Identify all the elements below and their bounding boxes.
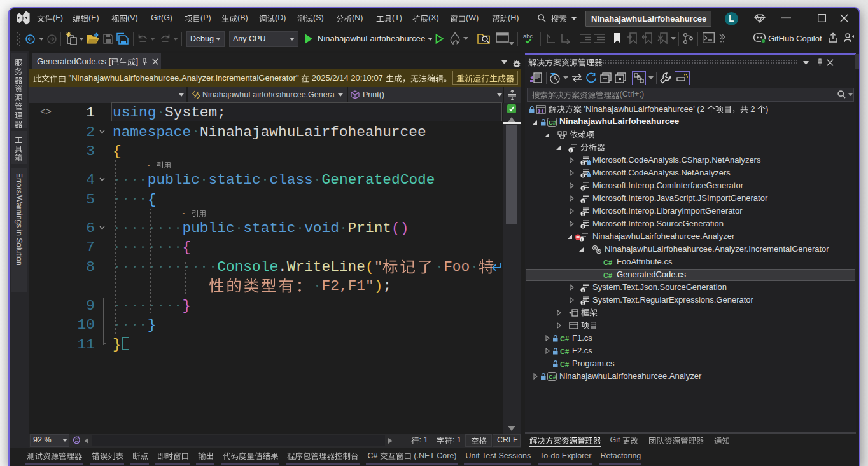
svg-text:C#: C# xyxy=(560,335,569,343)
svg-text:C#: C# xyxy=(603,271,612,279)
svg-text:C#: C# xyxy=(560,348,569,355)
svg-text:abc: abc xyxy=(523,32,533,39)
svg-text:C#: C# xyxy=(549,119,557,126)
svg-text:C#: C# xyxy=(549,373,557,380)
svg-text:C#: C# xyxy=(603,259,612,266)
svg-text:C#: C# xyxy=(560,360,569,368)
